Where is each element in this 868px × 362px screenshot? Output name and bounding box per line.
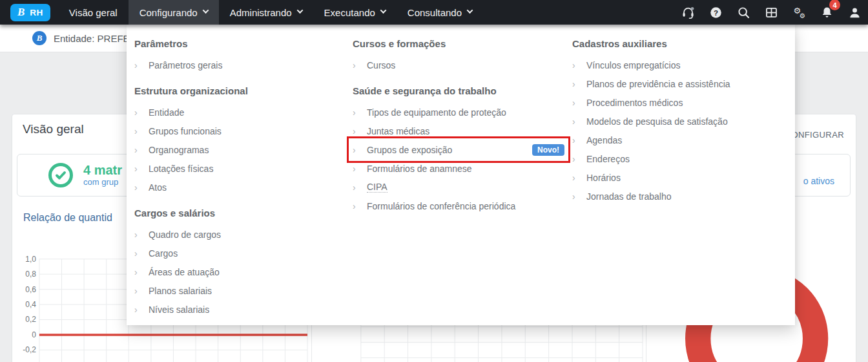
chevron-right-icon: › xyxy=(134,145,140,155)
search-icon[interactable] xyxy=(735,4,752,21)
menu-item-jornadas-de-trabalho[interactable]: ›Jornadas de trabalho xyxy=(572,187,795,206)
chevron-right-icon: › xyxy=(134,182,140,193)
menu-item-lotacoes-fisicas[interactable]: ›Lotações físicas xyxy=(134,159,353,178)
menu-item-label: Grupos funcionais xyxy=(149,126,222,136)
menu-section-title: Saúde e segurança do trabalho xyxy=(353,85,572,98)
menu-item-cargos[interactable]: ›Cargos xyxy=(134,244,353,262)
navbar-icons: ? ⚙ ⚙ 4 xyxy=(679,4,868,21)
nav-item-configurando[interactable]: Configurando xyxy=(129,0,219,25)
menu-item-label: Tipos de equipamento de proteção xyxy=(367,107,506,118)
menu-item-planos-salariais[interactable]: ›Planos salariais xyxy=(134,281,353,300)
chevron-down-icon xyxy=(202,7,209,14)
menu-item-entidade[interactable]: ›Entidade xyxy=(134,103,353,122)
svg-text:0: 0 xyxy=(32,330,36,339)
menu-item-procedimentos-medicos[interactable]: ›Procedimentos médicos xyxy=(572,93,795,112)
menu-column-2: Cadastros auxiliares›Vínculos empregatíc… xyxy=(572,37,795,325)
nav-item-label: Executando xyxy=(324,7,375,18)
settings-gears-icon[interactable]: ⚙ ⚙ xyxy=(790,4,807,21)
configure-link[interactable]: ONFIGURAR xyxy=(791,130,844,140)
menu-item-grupos-de-exposicao[interactable]: ›Grupos de exposiçãoNovo! xyxy=(353,140,572,159)
page-title: Visão geral xyxy=(23,122,84,136)
nav-item-administrando[interactable]: Administrando xyxy=(219,0,313,25)
support-headset-icon[interactable] xyxy=(679,4,696,21)
menu-item-modelos-de-pesquisa-de-satisfacao[interactable]: ›Modelos de pesquisa de satisfação xyxy=(572,112,795,131)
menu-item-label: Procedimentos médicos xyxy=(586,98,683,108)
banner-subline-link[interactable]: com grup xyxy=(83,177,122,187)
menu-item-label: Entidade xyxy=(149,107,184,118)
menu-item-label: Juntas médicas xyxy=(367,126,429,136)
menu-item-formularios-de-conferencia-periodica[interactable]: ›Formulários de conferência periódica xyxy=(353,197,572,215)
menu-item-label: Formulários de anamnese xyxy=(367,164,472,174)
menu-item-formularios-de-anamnese[interactable]: ›Formulários de anamnese xyxy=(353,159,572,178)
menu-item-label: Formulários de conferência periódica xyxy=(367,201,515,211)
menu-section-title: Cargos e salários xyxy=(134,207,353,220)
chevron-right-icon: › xyxy=(134,164,140,174)
menu-item-label: Áreas de atuação xyxy=(149,267,220,277)
menu-item-organogramas[interactable]: ›Organogramas xyxy=(134,140,353,159)
chevron-right-icon: › xyxy=(572,191,577,202)
chevron-right-icon: › xyxy=(572,116,577,127)
menu-item-label: CIPA xyxy=(367,182,388,193)
chevron-right-icon: › xyxy=(572,60,577,70)
menu-item-cipa[interactable]: ›CIPA xyxy=(353,178,572,197)
menu-item-label: Parâmetros gerais xyxy=(149,60,222,70)
menu-item-agendas[interactable]: ›Agendas xyxy=(572,131,795,149)
menu-item-enderecos[interactable]: ›Endereços xyxy=(572,149,795,168)
menu-item-tipos-de-equipamento-de-protecao[interactable]: ›Tipos de equipamento de proteção xyxy=(353,103,572,122)
banner-headline: 4 matr xyxy=(83,163,122,177)
menu-item-label: Cargos xyxy=(149,248,178,259)
svg-text:-0,2: -0,2 xyxy=(23,345,36,354)
novo-badge: Novo! xyxy=(532,144,564,156)
menu-section-saude-e-seguranca-do-trabalho: Saúde e segurança do trabalho›Tipos de e… xyxy=(353,85,572,215)
nav-item-label: Configurando xyxy=(140,7,198,18)
app-logo[interactable]: B RH xyxy=(10,4,50,21)
svg-text:?: ? xyxy=(713,8,718,16)
chevron-right-icon: › xyxy=(134,60,140,70)
menu-item-cursos[interactable]: ›Cursos xyxy=(353,56,572,74)
menu-section-title: Parâmetros xyxy=(134,37,353,50)
menu-item-label: Horários xyxy=(586,173,621,183)
help-icon[interactable]: ? xyxy=(707,4,724,21)
user-account-icon[interactable] xyxy=(846,4,863,21)
apps-grid-icon[interactable] xyxy=(763,4,780,21)
menu-item-horarios[interactable]: ›Horários xyxy=(572,168,795,187)
menu-section-title: Estrutura organizacional xyxy=(134,85,353,98)
menu-item-parametros-gerais[interactable]: ›Parâmetros gerais xyxy=(134,56,353,74)
menu-item-label: Endereços xyxy=(586,154,630,164)
menu-item-label: Agendas xyxy=(586,135,622,145)
menu-section-cadastros-auxiliares: Cadastros auxiliares›Vínculos empregatíc… xyxy=(572,37,795,206)
menu-item-niveis-salariais[interactable]: ›Níveis salariais xyxy=(134,300,353,319)
banner-right-link[interactable]: o ativos xyxy=(803,176,834,186)
chevron-right-icon: › xyxy=(134,286,140,296)
menu-section-estrutura-organizacional: Estrutura organizacional›Entidade›Grupos… xyxy=(134,85,353,197)
nav-item-consultando[interactable]: Consultando xyxy=(397,0,483,25)
menu-item-juntas-medicas[interactable]: ›Juntas médicas xyxy=(353,122,572,140)
top-navbar: B RH Visão geralConfigurandoAdministrand… xyxy=(0,0,868,25)
notification-count-badge: 4 xyxy=(829,0,840,10)
chevron-right-icon: › xyxy=(572,154,577,164)
menu-section-cursos-e-formacoes: Cursos e formações›Cursos xyxy=(353,37,572,74)
menu-item-label: Lotações físicas xyxy=(149,164,213,174)
menu-item-atos[interactable]: ›Atos xyxy=(134,178,353,197)
menu-section-parametros: Parâmetros›Parâmetros gerais xyxy=(134,37,353,74)
menu-item-planos-de-previdencia-e-assistencia[interactable]: ›Planos de previdência e assistência xyxy=(572,74,795,93)
menu-item-areas-de-atuacao[interactable]: ›Áreas de atuação xyxy=(134,262,353,281)
chevron-right-icon: › xyxy=(134,107,140,118)
nav-item-label: Consultando xyxy=(408,7,462,18)
menu-item-vinculos-empregaticios[interactable]: ›Vínculos empregatícios xyxy=(572,56,795,74)
primary-nav: Visão geralConfigurandoAdministrandoExec… xyxy=(58,0,483,25)
menu-item-label: Jornadas de trabalho xyxy=(586,191,672,202)
nav-item-visao-geral[interactable]: Visão geral xyxy=(58,0,129,25)
svg-text:1,0: 1,0 xyxy=(25,255,36,264)
menu-item-label: Níveis salariais xyxy=(149,304,209,315)
chevron-down-icon xyxy=(467,7,473,14)
chevron-right-icon: › xyxy=(353,60,358,70)
menu-item-quadro-de-cargos[interactable]: ›Quadro de cargos xyxy=(134,225,353,244)
chevron-down-icon xyxy=(380,7,386,14)
menu-item-grupos-funcionais[interactable]: ›Grupos funcionais xyxy=(134,122,353,140)
nav-item-executando[interactable]: Executando xyxy=(313,0,397,25)
notifications-bell-icon[interactable]: 4 xyxy=(818,4,835,21)
menu-column-0: Parâmetros›Parâmetros geraisEstrutura or… xyxy=(134,37,353,325)
menu-item-label: Planos salariais xyxy=(149,286,212,296)
menu-item-label: Planos de previdência e assistência xyxy=(586,79,730,89)
